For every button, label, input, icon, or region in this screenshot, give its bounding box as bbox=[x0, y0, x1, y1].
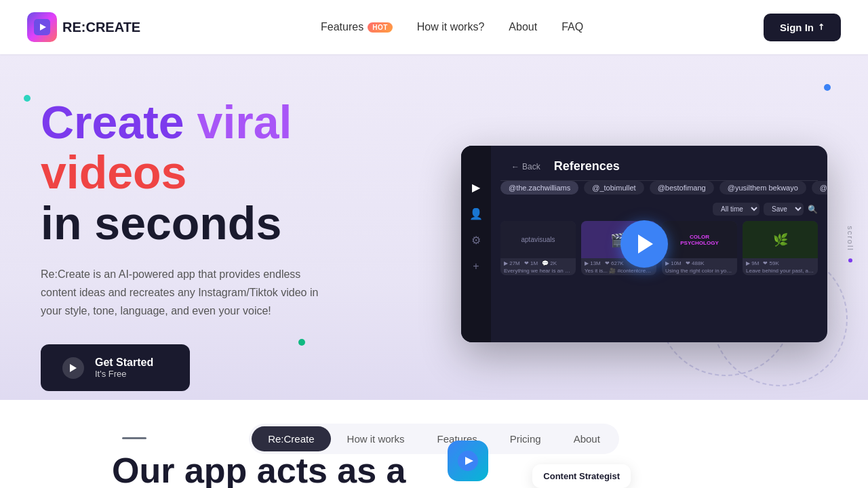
scroll-text: scroll bbox=[846, 226, 854, 251]
video-info-2: ▶ 10M❤ 488K Using the right color in you… bbox=[662, 258, 737, 275]
hot-badge: Hot bbox=[368, 22, 393, 33]
play-icon bbox=[62, 357, 84, 379]
video-meta-3: ▶ 9M❤ 59K bbox=[746, 260, 814, 266]
signin-button[interactable]: Sign In ↗ bbox=[764, 14, 841, 41]
cta-text: Get Started It's Free bbox=[95, 357, 153, 379]
creator-tag-3[interactable]: @yusilthem bekwayo bbox=[719, 181, 806, 195]
filter-select-save[interactable]: Save bbox=[764, 203, 804, 216]
signin-arrow-icon: ↗ bbox=[816, 22, 827, 33]
scroll-dot bbox=[848, 258, 852, 262]
title-word-in: in bbox=[41, 197, 81, 249]
footer-tab-recreate[interactable]: Re:Create bbox=[252, 426, 330, 451]
sidebar-play-icon[interactable]: ▶ bbox=[472, 181, 480, 194]
mockup-sidebar: ▶ 👤 ⚙ + bbox=[461, 146, 491, 342]
nav-faq[interactable]: FAQ bbox=[561, 21, 583, 33]
creator-tag-2[interactable]: @bestofimang bbox=[650, 181, 714, 195]
creator-tag-1[interactable]: @_tobimullet bbox=[584, 181, 644, 195]
title-word-seconds: seconds bbox=[94, 197, 281, 249]
app-mockup: ▶ 👤 ⚙ + ← Back References @the.zachwilli… bbox=[461, 146, 827, 342]
logo-icon bbox=[27, 12, 57, 42]
title-word-create: Create bbox=[41, 96, 184, 148]
hero-title: Create viral videos in seconds bbox=[41, 97, 407, 249]
video-card-3[interactable]: 🌿 ▶ 9M❤ 59K Leave behind your past, and … bbox=[743, 221, 818, 275]
scroll-indicator: scroll bbox=[846, 226, 854, 262]
get-started-button[interactable]: Get Started It's Free bbox=[41, 344, 190, 391]
video-thumb-2: COLORPSYCHOLOGY bbox=[662, 221, 737, 258]
viral-icon bbox=[448, 441, 488, 481]
creator-tag-0[interactable]: @the.zachwilliams bbox=[500, 181, 578, 195]
footer-tabs: Re:Create How it works Features Pricing … bbox=[249, 424, 619, 454]
dot-decoration-tr bbox=[824, 84, 831, 91]
footer-divider bbox=[122, 437, 146, 439]
video-meta-0: ▶ 27M❤ 1M💬 2K bbox=[504, 260, 572, 266]
mockup-topbar: ← Back References bbox=[500, 152, 818, 181]
video-desc-2: Using the right color in your branding i… bbox=[665, 268, 734, 274]
content-strategist-card: Content Strategist bbox=[532, 464, 631, 488]
navbar: RE:CREATE Features Hot How it works? Abo… bbox=[0, 0, 868, 54]
dot-decoration-tl bbox=[24, 95, 31, 102]
video-card-0[interactable]: aptavisuals ▶ 27M❤ 1M💬 2K Everything we … bbox=[500, 221, 576, 275]
hero-visual: ▶ 👤 ⚙ + ← Back References @the.zachwilli… bbox=[434, 146, 827, 342]
hero-description: Re:Create is an AI-powered app that prov… bbox=[41, 265, 339, 321]
back-button[interactable]: ← Back bbox=[511, 162, 540, 171]
footer-tab-about[interactable]: About bbox=[557, 426, 616, 451]
video-desc-1: Yes it is... 🎥 #contentcreation... bbox=[585, 268, 653, 274]
footer-headline: Our app acts as a bbox=[112, 453, 406, 488]
mockup-title: References bbox=[554, 159, 620, 174]
sidebar-user-icon[interactable]: 👤 bbox=[469, 207, 483, 220]
title-word-viral: viral bbox=[197, 96, 292, 148]
hero-content: Create viral videos in seconds Re:Create… bbox=[41, 97, 434, 392]
video-info-0: ▶ 27M❤ 1M💬 2K Everything we hear is an o… bbox=[500, 258, 576, 275]
video-card-2[interactable]: COLORPSYCHOLOGY ▶ 10M❤ 488K Using the ri… bbox=[662, 221, 737, 275]
hero-section: Create viral videos in seconds Re:Create… bbox=[0, 54, 868, 434]
video-thumb-0: aptavisuals bbox=[500, 221, 576, 258]
creator-tag-4[interactable]: @trywith... bbox=[812, 181, 827, 195]
filter-select-time[interactable]: All time bbox=[713, 203, 760, 216]
nav-features[interactable]: Features Hot bbox=[321, 21, 393, 33]
nav-links: Features Hot How it works? About FAQ bbox=[321, 21, 583, 33]
creator-tags: @the.zachwilliams @_tobimullet @bestofim… bbox=[500, 181, 818, 195]
title-word-videos: videos bbox=[41, 146, 186, 198]
sidebar-settings-icon[interactable]: ⚙ bbox=[471, 234, 481, 247]
nav-about[interactable]: About bbox=[509, 21, 537, 33]
footer-tab-how-it-works[interactable]: How it works bbox=[331, 426, 421, 451]
video-desc-3: Leave behind your past, and focus on you… bbox=[746, 268, 814, 274]
filter-row: All time Save 🔍 bbox=[500, 203, 818, 216]
footer-nav: Re:Create How it works Features Pricing … bbox=[0, 400, 868, 488]
video-info-3: ▶ 9M❤ 59K Leave behind your past, and fo… bbox=[743, 258, 818, 275]
footer-tab-pricing[interactable]: Pricing bbox=[494, 426, 557, 451]
video-thumb-3: 🌿 bbox=[743, 221, 818, 258]
video-meta-2: ▶ 10M❤ 488K bbox=[665, 260, 734, 266]
big-play-button[interactable] bbox=[620, 220, 668, 268]
nav-how-it-works[interactable]: How it works? bbox=[417, 21, 485, 33]
search-icon[interactable]: 🔍 bbox=[808, 205, 818, 214]
video-desc-0: Everything we hear is an opinion, not a … bbox=[504, 268, 572, 274]
logo-text: RE:CREATE bbox=[62, 20, 140, 35]
svg-marker-2 bbox=[70, 364, 77, 372]
logo[interactable]: RE:CREATE bbox=[27, 12, 140, 42]
sidebar-add-icon[interactable]: + bbox=[473, 260, 479, 272]
